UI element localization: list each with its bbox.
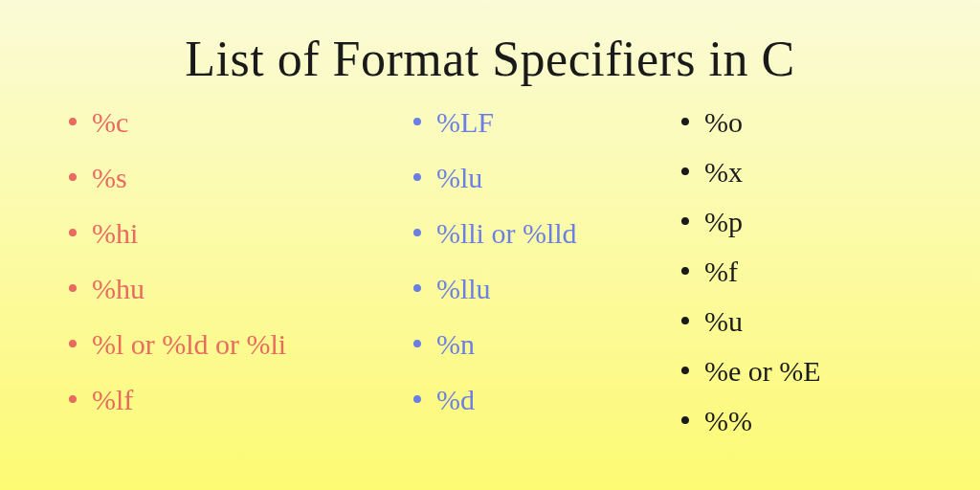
specifier-text: %p: [704, 208, 743, 236]
specifier-text: %llu: [436, 275, 491, 303]
list-item: %lu: [412, 162, 679, 194]
specifier-text: %o: [704, 108, 743, 137]
specifier-text: %x: [704, 158, 743, 187]
list-item: %lf: [67, 384, 412, 416]
list-item: %llu: [412, 273, 679, 305]
list-item: %hu: [67, 273, 412, 305]
specifier-text: %lli or %lld: [436, 219, 577, 248]
list-item: %%: [679, 405, 890, 437]
list-item: %hi: [67, 217, 412, 250]
specifier-text: %d: [436, 386, 475, 414]
specifier-text: %f: [704, 257, 738, 286]
specifier-text: %s: [92, 164, 127, 192]
specifier-text: %c: [92, 108, 128, 137]
specifier-text: %hi: [92, 219, 138, 248]
list-item: %p: [679, 206, 890, 238]
specifier-text: %LF: [436, 108, 494, 137]
list-item: %o: [679, 106, 890, 139]
specifier-text: %n: [436, 330, 475, 359]
specifier-text: %u: [704, 307, 743, 336]
specifier-text: %hu: [92, 275, 145, 303]
list-item: %l or %ld or %li: [67, 328, 412, 361]
specifier-text: %lf: [92, 386, 133, 414]
list-item: %d: [412, 384, 679, 416]
page-title: List of Format Specifiers in C: [67, 31, 913, 87]
list-item: %e or %E: [679, 355, 890, 388]
list-item: %s: [67, 162, 412, 194]
document-container: List of Format Specifiers in C %c %s %hi…: [0, 0, 980, 455]
specifier-text: %l or %ld or %li: [92, 330, 286, 359]
specifier-text: %e or %E: [704, 357, 821, 386]
columns-wrapper: %c %s %hi %hu %l or %ld or %li %lf %LF %…: [67, 106, 913, 455]
list-item: %f: [679, 256, 890, 288]
column-1: %c %s %hi %hu %l or %ld or %li %lf: [67, 106, 412, 455]
list-item: %n: [412, 328, 679, 361]
column-3: %o %x %p %f %u %e or %E %%: [679, 106, 890, 455]
list-item: %LF: [412, 106, 679, 139]
specifier-text: %%: [704, 407, 752, 435]
list-item: %lli or %lld: [412, 217, 679, 250]
list-item: %x: [679, 156, 890, 189]
column-2: %LF %lu %lli or %lld %llu %n %d: [412, 106, 679, 455]
specifier-text: %lu: [436, 164, 482, 192]
list-item: %u: [679, 305, 890, 338]
list-item: %c: [67, 106, 412, 139]
